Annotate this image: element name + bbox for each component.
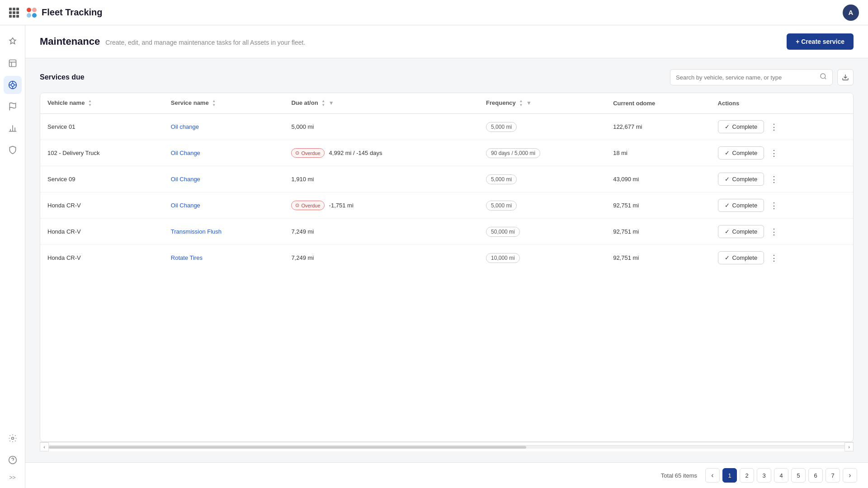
scroll-right-btn[interactable]: › bbox=[844, 442, 854, 451]
cell-due: 1,910 mi bbox=[284, 166, 479, 192]
due-value: 7,249 mi bbox=[291, 228, 314, 235]
service-name-link[interactable]: Transmission Flush bbox=[171, 228, 222, 235]
cell-due: 7,249 mi bbox=[284, 219, 479, 245]
cell-frequency: 5,000 mi bbox=[479, 166, 606, 192]
page-btn-6[interactable]: 6 bbox=[808, 468, 823, 483]
page-btn-2[interactable]: 2 bbox=[740, 468, 754, 483]
frequency-badge: 50,000 mi bbox=[486, 227, 520, 237]
sidebar-item-alerts[interactable] bbox=[4, 98, 22, 116]
service-name-link[interactable]: Oil change bbox=[171, 123, 199, 130]
table-row: Service 09Oil Change1,910 mi5,000 mi43,0… bbox=[40, 166, 853, 192]
cell-vehicle: Honda CR-V bbox=[40, 245, 164, 271]
service-name-link[interactable]: Rotate Tires bbox=[171, 254, 203, 261]
cell-due: Overdue-1,751 mi bbox=[284, 192, 479, 219]
cell-service: Oil Change bbox=[164, 192, 284, 219]
cell-service: Oil Change bbox=[164, 166, 284, 192]
page-header-left: Maintenance Create, edit, and manage mai… bbox=[40, 36, 305, 47]
complete-button[interactable]: ✓ Complete bbox=[718, 120, 764, 133]
svg-point-1 bbox=[32, 8, 37, 12]
sidebar: >> bbox=[0, 25, 25, 488]
sidebar-expand-btn[interactable]: >> bbox=[9, 474, 15, 481]
sidebar-item-settings[interactable] bbox=[4, 429, 22, 447]
layout: >> Maintenance Create, edit, and manage … bbox=[0, 25, 868, 488]
cell-odometer: 92,751 mi bbox=[606, 192, 710, 219]
cell-due: Overdue4,992 mi / -145 days bbox=[284, 140, 479, 166]
table-body: Service 01Oil change5,000 mi5,000 mi122,… bbox=[40, 114, 853, 271]
grid-menu-icon[interactable] bbox=[9, 8, 19, 18]
h-scrollbar[interactable] bbox=[49, 445, 844, 449]
top-nav: Fleet Tracking A bbox=[0, 0, 868, 25]
cell-service: Rotate Tires bbox=[164, 245, 284, 271]
sidebar-item-help[interactable] bbox=[4, 451, 22, 469]
cell-odometer: 43,090 mi bbox=[606, 166, 710, 192]
page-btn-4[interactable]: 4 bbox=[774, 468, 788, 483]
service-name-link[interactable]: Oil Change bbox=[171, 202, 200, 209]
complete-button[interactable]: ✓ Complete bbox=[718, 225, 764, 238]
overdue-badge: Overdue bbox=[291, 201, 324, 210]
cell-actions: ✓ Complete⋮ bbox=[711, 114, 853, 140]
search-icon[interactable] bbox=[820, 73, 827, 82]
sidebar-item-assets[interactable] bbox=[4, 54, 22, 72]
check-icon: ✓ bbox=[725, 202, 730, 209]
page-btn-5[interactable]: 5 bbox=[791, 468, 806, 483]
cell-vehicle: Service 09 bbox=[40, 166, 164, 192]
col-actions: Actions bbox=[711, 93, 853, 114]
cell-odometer: 92,751 mi bbox=[606, 245, 710, 271]
due-value: 7,249 mi bbox=[291, 254, 314, 261]
cell-service: Oil change bbox=[164, 114, 284, 140]
download-button[interactable] bbox=[837, 69, 854, 85]
more-options-button[interactable]: ⋮ bbox=[768, 225, 780, 238]
svg-line-22 bbox=[825, 78, 826, 79]
check-icon: ✓ bbox=[725, 123, 730, 130]
prev-page-btn[interactable]: ‹ bbox=[705, 468, 720, 483]
service-name-link[interactable]: Oil Change bbox=[171, 176, 200, 183]
create-service-button[interactable]: + Create service bbox=[787, 33, 854, 50]
due-value: 4,992 mi / -145 days bbox=[329, 150, 382, 156]
logo: Fleet Tracking bbox=[25, 6, 103, 19]
due-value: 1,910 mi bbox=[291, 176, 314, 183]
page-btn-1[interactable]: 1 bbox=[722, 468, 737, 483]
complete-button[interactable]: ✓ Complete bbox=[718, 251, 764, 264]
sidebar-item-tracking[interactable] bbox=[4, 76, 22, 94]
page-btn-7[interactable]: 7 bbox=[826, 468, 840, 483]
cell-actions: ✓ Complete⋮ bbox=[711, 140, 853, 166]
table-row: Service 01Oil change5,000 mi5,000 mi122,… bbox=[40, 114, 853, 140]
sidebar-item-dashboard[interactable] bbox=[4, 33, 22, 51]
svg-point-21 bbox=[821, 74, 826, 79]
cell-odometer: 92,751 mi bbox=[606, 219, 710, 245]
page-btn-3[interactable]: 3 bbox=[757, 468, 771, 483]
check-icon: ✓ bbox=[725, 176, 730, 183]
service-name-link[interactable]: Oil Change bbox=[171, 150, 200, 156]
more-options-button[interactable]: ⋮ bbox=[768, 147, 780, 160]
sidebar-item-reports[interactable] bbox=[4, 119, 22, 137]
top-nav-left: Fleet Tracking bbox=[9, 6, 103, 19]
svg-point-8 bbox=[11, 84, 14, 87]
cell-odometer: 122,677 mi bbox=[606, 114, 710, 140]
avatar[interactable]: A bbox=[843, 5, 859, 21]
more-options-button[interactable]: ⋮ bbox=[768, 121, 780, 133]
overdue-badge: Overdue bbox=[291, 148, 324, 158]
pagination: Total 65 items ‹ 1 2 3 4 5 6 7 › bbox=[25, 462, 868, 488]
more-options-button[interactable]: ⋮ bbox=[768, 252, 780, 264]
table-row: Honda CR-VRotate Tires7,249 mi10,000 mi9… bbox=[40, 245, 853, 271]
complete-button[interactable]: ✓ Complete bbox=[718, 173, 764, 186]
page-title: Maintenance bbox=[40, 36, 100, 47]
sidebar-item-safety[interactable] bbox=[4, 141, 22, 159]
services-table: Vehicle name ▲▼ Service name ▲▼ Due at/o… bbox=[40, 93, 854, 442]
scroll-left-btn[interactable]: ‹ bbox=[40, 442, 49, 451]
svg-point-0 bbox=[27, 8, 31, 12]
content-area: Services due bbox=[25, 58, 868, 462]
search-input[interactable] bbox=[676, 74, 816, 81]
svg-point-2 bbox=[27, 13, 31, 18]
more-options-button[interactable]: ⋮ bbox=[768, 173, 780, 186]
frequency-badge: 10,000 mi bbox=[486, 253, 520, 263]
next-page-btn[interactable]: › bbox=[843, 468, 857, 483]
cell-frequency: 10,000 mi bbox=[479, 245, 606, 271]
more-options-button[interactable]: ⋮ bbox=[768, 199, 780, 212]
cell-actions: ✓ Complete⋮ bbox=[711, 166, 853, 192]
complete-button[interactable]: ✓ Complete bbox=[718, 199, 764, 212]
cell-service: Oil Change bbox=[164, 140, 284, 166]
cell-vehicle: Honda CR-V bbox=[40, 192, 164, 219]
complete-button[interactable]: ✓ Complete bbox=[718, 146, 764, 160]
total-items-label: Total 65 items bbox=[661, 472, 697, 479]
